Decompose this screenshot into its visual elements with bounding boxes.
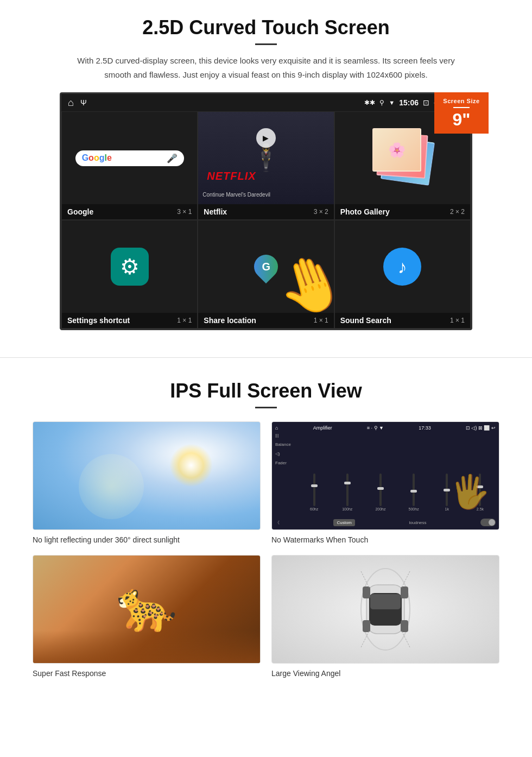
app-grid: Google 🎤 Google 3 × 1 🕴 (61, 111, 471, 329)
amp-footer: 《 Custom loudness (275, 519, 496, 526)
svg-rect-7 (401, 620, 408, 632)
amp-sidebar: ||| Balance ◁) Fader (275, 433, 297, 516)
camera-icon: ⊡ (423, 98, 429, 107)
slider-label-4: 500hz (409, 507, 419, 511)
settings-label-row: Settings shortcut 1 × 1 (62, 313, 197, 328)
slider-60hz[interactable]: 60hz (299, 474, 330, 511)
slider-200hz[interactable]: 200hz (365, 474, 396, 511)
app-cell-settings[interactable]: ⚙ Settings shortcut 1 × 1 (61, 220, 198, 329)
svg-line-10 (361, 631, 369, 647)
fader-label: Fader (275, 460, 297, 465)
feature-sunlight: No light reflecting under 360° direct su… (33, 421, 261, 544)
netflix-app-name: Netflix (204, 207, 227, 216)
loudness-toggle[interactable] (480, 519, 496, 526)
section1-description: With 2.5D curved-display screen, this de… (76, 54, 456, 81)
play-button[interactable]: ▶ (256, 128, 276, 148)
photo-app-name: Photo Gallery (340, 207, 390, 216)
netflix-logo: NETFLIX (207, 170, 256, 182)
badge-label: Screen Size (439, 98, 484, 104)
car-image-box (271, 555, 499, 664)
sound-search-icon[interactable]: ♪ (383, 248, 421, 286)
custom-btn[interactable]: Custom (333, 519, 355, 526)
google-widget[interactable]: Google 🎤 (62, 112, 197, 204)
google-search-bar[interactable]: Google 🎤 (75, 150, 184, 166)
sunlight-rays (169, 444, 213, 487)
vol-icon: ◁) (275, 451, 297, 456)
photo-stack: 🌸 (367, 128, 438, 188)
svg-rect-6 (363, 620, 370, 632)
cheetah-shadow (33, 630, 260, 663)
amp-time: 17:33 (419, 425, 431, 431)
svg-rect-5 (401, 586, 408, 598)
slider-thumb-3[interactable] (377, 487, 384, 490)
settings-app-size: 1 × 1 (177, 317, 192, 324)
loudness-label: loudness (409, 520, 427, 525)
photo-label-row: Photo Gallery 2 × 2 (335, 204, 470, 219)
settings-icon-wrap[interactable]: ⚙ (111, 248, 149, 286)
car-top-svg (358, 566, 413, 653)
app-cell-google[interactable]: Google 🎤 Google 3 × 1 (61, 111, 198, 220)
section1-title: 2.5D Curved Touch Screen (33, 16, 499, 39)
photo-1: 🌸 (372, 128, 421, 172)
sound-app-name: Sound Search (340, 316, 391, 325)
feature-cheetah: 🐆 Super Fast Response (33, 555, 261, 678)
cheetah-icon: 🐆 (116, 578, 177, 635)
svg-line-9 (402, 571, 410, 588)
gmaps-pin: G (254, 255, 278, 279)
settings-widget[interactable]: ⚙ (62, 220, 197, 313)
toggle-thumb (489, 519, 495, 526)
sound-label-row: Sound Search 1 × 1 (335, 313, 470, 328)
slider-track-2[interactable] (346, 474, 349, 506)
slider-track-5[interactable] (446, 474, 448, 506)
slider-track-3[interactable] (379, 474, 382, 506)
slider-thumb-2[interactable] (344, 482, 351, 484)
feature-car-label: Large Viewing Angel (271, 669, 499, 678)
feature-watermark: ⌂ Amplifier ≡ · ⚲ ▼ 17:33 ⊡ ◁) ⊠ ⬜ ↩ |||… (271, 421, 499, 544)
settings-gear-icon: ⚙ (120, 254, 140, 279)
sound-widget[interactable]: ♪ (335, 220, 470, 313)
amp-nav-left[interactable]: 《 (275, 520, 280, 526)
feature-sunlight-label: No light reflecting under 360° direct su… (33, 535, 261, 544)
amp-icons: ≡ · ⚲ ▼ (367, 425, 384, 431)
music-note-icon: ♪ (398, 256, 407, 277)
amplifier-image-box: ⌂ Amplifier ≡ · ⚲ ▼ 17:33 ⊡ ◁) ⊠ ⬜ ↩ |||… (271, 421, 499, 530)
hand-touch-icon: 🖐 (449, 472, 490, 511)
badge-size: 9" (439, 111, 484, 128)
slider-track-1[interactable] (313, 474, 315, 506)
sunlight-img (33, 422, 260, 529)
netflix-widget[interactable]: 🕴 ▶ NETFLIX Continue Marvel's Daredevil (198, 112, 333, 204)
eq-icon: ||| (275, 433, 297, 438)
amp-body: ||| Balance ◁) Fader 60hz (275, 433, 496, 516)
title-divider (255, 43, 277, 45)
status-time: 15:06 (399, 98, 419, 107)
app-cell-location[interactable]: G 🤚 Share location 1 × 1 (198, 220, 334, 329)
wifi-icon: ▼ (389, 99, 395, 106)
netflix-subtitle: Continue Marvel's Daredevil (202, 192, 270, 198)
usb-icon (80, 98, 87, 107)
balance-label: Balance (275, 442, 297, 447)
section-curved: 2.5D Curved Touch Screen With 2.5D curve… (0, 0, 532, 341)
slider-track-4[interactable] (413, 474, 415, 506)
netflix-label-row: Netflix 3 × 2 (198, 204, 333, 219)
slider-100hz[interactable]: 100hz (332, 474, 363, 511)
cheetah-image-box: 🐆 (33, 555, 261, 664)
amp-sliders: 60hz 100hz (299, 433, 496, 516)
app-cell-netflix[interactable]: 🕴 ▶ NETFLIX Continue Marvel's Daredevil … (198, 111, 334, 220)
app-cell-sound[interactable]: ♪ Sound Search 1 × 1 (334, 220, 471, 329)
location-label-row: Share location 1 × 1 (198, 313, 333, 328)
status-bar: ✱ ⚲ ▼ 15:06 ⊡ ◁) ⊠ ⬜ (61, 94, 471, 111)
slider-thumb-1[interactable] (311, 484, 318, 487)
gmaps-letter: G (262, 261, 270, 273)
mic-icon[interactable]: 🎤 (167, 153, 178, 163)
slider-label-1: 60hz (310, 507, 318, 511)
location-widget[interactable]: G (198, 220, 333, 313)
amp-header: ⌂ Amplifier ≡ · ⚲ ▼ 17:33 ⊡ ◁) ⊠ ⬜ ↩ (275, 425, 496, 431)
feature-watermark-label: No Watermarks When Touch (271, 535, 499, 544)
feature-cheetah-label: Super Fast Response (33, 669, 261, 678)
section-divider (0, 357, 532, 358)
home-icon[interactable] (68, 97, 74, 109)
amplifier-screen: ⌂ Amplifier ≡ · ⚲ ▼ 17:33 ⊡ ◁) ⊠ ⬜ ↩ |||… (272, 422, 499, 529)
bluetooth-icon: ✱ (364, 99, 375, 106)
slider-500hz[interactable]: 500hz (398, 474, 429, 511)
slider-thumb-4[interactable] (410, 490, 417, 493)
